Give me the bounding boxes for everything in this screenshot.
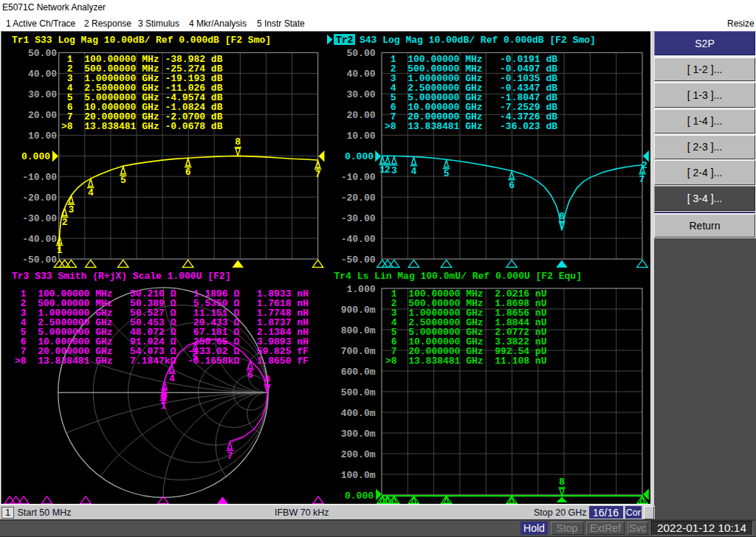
svg-text:100.0m: 100.0m: [341, 470, 376, 481]
svg-text:3: 3: [68, 204, 74, 215]
svg-text:6: 6: [509, 180, 515, 191]
svg-text:-20.00: -20.00: [341, 193, 376, 204]
svg-text:400.0m: 400.0m: [341, 408, 376, 419]
svg-text:>8 13.838481 GHz 11.108 nU: >8 13.838481 GHz 11.108 nU: [385, 356, 546, 367]
svg-text:>8 13.838481 GHz -36.023 dB: >8 13.838481 GHz -36.023 dB: [385, 121, 557, 132]
svg-text:7: 7: [639, 174, 645, 185]
svg-text:4: 4: [88, 187, 94, 198]
svg-text:4: 4: [169, 373, 175, 384]
svg-text:5: 5: [444, 168, 450, 179]
svg-text:>8 13.838481 GHz -0.0678 dB: >8 13.838481 GHz -0.0678 dB: [61, 121, 223, 132]
svg-text:5: 5: [120, 175, 126, 186]
svg-text:8: 8: [264, 374, 270, 385]
svg-text:200.0m: 200.0m: [341, 449, 376, 460]
svg-text:800.0m: 800.0m: [341, 325, 376, 336]
svg-text:300.0m: 300.0m: [341, 429, 376, 440]
svg-text:Tr1 S33 Log Mag 10.00dB/ Ref 0: Tr1 S33 Log Mag 10.00dB/ Ref 0.000dB [F2…: [12, 35, 271, 46]
svg-text:Tr2: Tr2: [336, 35, 354, 46]
svg-text:Tr4 Ls Lin Mag 100.0mU/ Ref 0.: Tr4 Ls Lin Mag 100.0mU/ Ref 0.000U [F2 E…: [334, 271, 582, 282]
svg-text:3: 3: [162, 390, 168, 401]
svg-text:10.00: 10.00: [28, 131, 57, 142]
svg-text:30.00: 30.00: [28, 89, 57, 100]
svg-text:50.00: 50.00: [28, 48, 57, 59]
svg-text:2: 2: [62, 217, 68, 228]
svg-text:6: 6: [247, 370, 253, 381]
svg-text:-10.00: -10.00: [22, 172, 57, 183]
svg-text:1.000: 1.000: [346, 284, 375, 295]
svg-text:-30.00: -30.00: [22, 213, 57, 224]
svg-text:3: 3: [391, 165, 397, 176]
svg-text:8: 8: [235, 136, 241, 148]
svg-text:6: 6: [185, 167, 191, 178]
svg-text:1: 1: [57, 245, 63, 256]
svg-text:2: 2: [642, 160, 647, 171]
svg-text:-40.00: -40.00: [341, 234, 376, 245]
svg-text:20.00: 20.00: [346, 110, 375, 121]
svg-text:-50.00: -50.00: [341, 254, 376, 266]
svg-text:4: 4: [410, 166, 416, 177]
svg-text:-20.00: -20.00: [22, 193, 57, 204]
svg-text:30.00: 30.00: [346, 89, 375, 100]
svg-text:10.00: 10.00: [346, 131, 375, 142]
svg-text:0.000: 0.000: [345, 491, 374, 502]
svg-text:20.00: 20.00: [28, 110, 57, 121]
svg-text:2: 2: [385, 164, 391, 176]
svg-text:7: 7: [227, 451, 233, 462]
svg-text:900.0m: 900.0m: [341, 305, 376, 316]
svg-text:600.0m: 600.0m: [341, 367, 376, 378]
svg-text:S43 Log Mag 10.00dB/ Ref 0.000: S43 Log Mag 10.00dB/ Ref 0.000dB [F2 Smo…: [360, 35, 596, 46]
svg-text:500.0m: 500.0m: [341, 387, 376, 398]
svg-text:0.000: 0.000: [345, 151, 374, 162]
svg-text:50.00: 50.00: [346, 48, 375, 59]
svg-text:40.00: 40.00: [346, 69, 375, 80]
svg-text:-10.00: -10.00: [341, 172, 376, 183]
svg-text:-40.00: -40.00: [22, 234, 57, 245]
svg-text:8: 8: [559, 211, 565, 222]
svg-text:>8 13.838481 GHz 7.1847kΩ: >8 13.838481 GHz 7.1847kΩ -0.1658kΩ 1.86…: [15, 356, 309, 367]
svg-text:-30.00: -30.00: [341, 213, 376, 224]
svg-text:8: 8: [559, 477, 565, 488]
svg-text:Tr3 S33 Smith (R+jX) Scale 1.0: Tr3 S33 Smith (R+jX) Scale 1.000U [F2]: [12, 271, 230, 282]
svg-text:700.0m: 700.0m: [341, 346, 376, 357]
svg-text:40.00: 40.00: [28, 69, 57, 80]
svg-text:0.000: 0.000: [21, 151, 50, 162]
svg-text:7: 7: [315, 169, 321, 180]
svg-text:-50.00: -50.00: [22, 254, 57, 266]
